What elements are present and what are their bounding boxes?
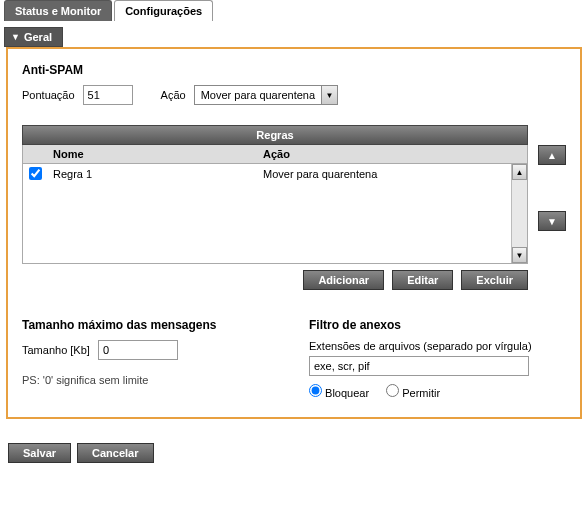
- scroll-up-icon[interactable]: ▲: [512, 164, 527, 180]
- cancel-button[interactable]: Cancelar: [77, 443, 153, 463]
- move-up-button[interactable]: ▲: [538, 145, 566, 165]
- radio-allow[interactable]: [386, 384, 399, 397]
- size-label: Tamanho [Kb]: [22, 344, 90, 356]
- score-label: Pontuação: [22, 89, 75, 101]
- size-hint: PS: '0' significa sem limite: [22, 374, 279, 386]
- ext-label: Extensões de arquivos (separado por vírg…: [309, 340, 566, 352]
- chevron-down-icon: ▼: [321, 86, 337, 104]
- score-input[interactable]: [83, 85, 133, 105]
- antispam-title: Anti-SPAM: [22, 63, 566, 77]
- section-label: Geral: [24, 31, 52, 43]
- radio-block-label[interactable]: Bloquear: [309, 387, 369, 399]
- filter-title: Filtro de anexos: [309, 318, 566, 332]
- scroll-down-icon[interactable]: ▼: [512, 247, 527, 263]
- rule-action: Mover para quarentena: [257, 166, 511, 182]
- action-label: Ação: [161, 89, 186, 101]
- rules-title: Regras: [22, 125, 528, 145]
- delete-button[interactable]: Excluir: [461, 270, 528, 290]
- tab-config[interactable]: Configurações: [114, 0, 213, 21]
- rule-checkbox[interactable]: [29, 167, 42, 180]
- move-down-button[interactable]: ▼: [538, 211, 566, 231]
- edit-button[interactable]: Editar: [392, 270, 453, 290]
- col-name: Nome: [47, 145, 257, 163]
- add-button[interactable]: Adicionar: [303, 270, 384, 290]
- table-row[interactable]: Regra 1 Mover para quarentena: [23, 164, 511, 184]
- chevron-down-icon: ▼: [11, 32, 20, 42]
- radio-block[interactable]: [309, 384, 322, 397]
- tab-status[interactable]: Status e Monitor: [4, 0, 112, 21]
- scrollbar[interactable]: ▲ ▼: [511, 164, 527, 263]
- action-selected: Mover para quarentena: [195, 86, 321, 104]
- col-action: Ação: [257, 145, 527, 163]
- section-general[interactable]: ▼ Geral: [4, 27, 63, 47]
- size-title: Tamanho máximo das mensagens: [22, 318, 279, 332]
- action-select[interactable]: Mover para quarentena ▼: [194, 85, 338, 105]
- rule-name: Regra 1: [47, 166, 257, 182]
- radio-allow-label[interactable]: Permitir: [386, 387, 440, 399]
- save-button[interactable]: Salvar: [8, 443, 71, 463]
- size-input[interactable]: [98, 340, 178, 360]
- config-panel: Anti-SPAM Pontuação Ação Mover para quar…: [6, 47, 582, 419]
- rules-header: Nome Ação: [22, 145, 528, 164]
- ext-input[interactable]: [309, 356, 529, 376]
